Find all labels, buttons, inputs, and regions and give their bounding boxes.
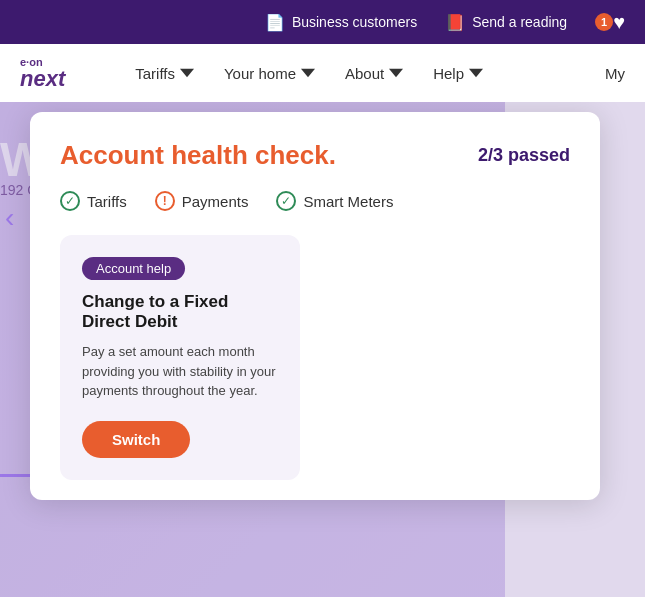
card-title: Change to a Fixed Direct Debit: [82, 292, 278, 332]
nav-help-label: Help: [433, 65, 464, 82]
nav-your-home[interactable]: Your home: [224, 65, 315, 82]
business-customers-label: Business customers: [292, 14, 417, 30]
nav-tariffs[interactable]: Tariffs: [135, 65, 194, 82]
check-ok-icon-2: ✓: [276, 191, 296, 211]
logo[interactable]: e·on next: [20, 57, 65, 90]
card-badge: Account help: [82, 257, 185, 280]
nav-about[interactable]: About: [345, 65, 403, 82]
nav-bar: e·on next Tariffs Your home About Help M…: [0, 44, 645, 102]
nav-my[interactable]: My: [605, 65, 625, 82]
check-payments-label: Payments: [182, 193, 249, 210]
business-customers-link[interactable]: 📄 Business customers: [265, 13, 417, 32]
send-reading-label: Send a reading: [472, 14, 567, 30]
check-tariffs-label: Tariffs: [87, 193, 127, 210]
check-smart-meters-label: Smart Meters: [303, 193, 393, 210]
chevron-down-icon: [301, 66, 315, 80]
account-help-card: Account help Change to a Fixed Direct De…: [60, 235, 300, 480]
modal-checks: ✓ Tariffs ! Payments ✓ Smart Meters: [60, 191, 570, 211]
check-ok-icon: ✓: [60, 191, 80, 211]
briefcase-icon: 📄: [265, 13, 285, 32]
logo-next: next: [20, 68, 65, 90]
top-bar: 📄 Business customers 📕 Send a reading 1 …: [0, 0, 645, 44]
check-warn-icon: !: [155, 191, 175, 211]
modal-header: Account health check. 2/3 passed: [60, 140, 570, 171]
account-health-modal: Account health check. 2/3 passed ✓ Tarif…: [30, 112, 600, 500]
switch-button[interactable]: Switch: [82, 421, 190, 458]
modal-overlay: Account health check. 2/3 passed ✓ Tarif…: [0, 102, 645, 597]
meter-icon: 📕: [445, 13, 465, 32]
notification-badge: 1: [595, 13, 613, 31]
modal-title: Account health check.: [60, 140, 336, 171]
nav-tariffs-label: Tariffs: [135, 65, 175, 82]
nav-about-label: About: [345, 65, 384, 82]
nav-my-label: My: [605, 65, 625, 82]
check-payments: ! Payments: [155, 191, 249, 211]
check-smart-meters: ✓ Smart Meters: [276, 191, 393, 211]
chevron-down-icon: [389, 66, 403, 80]
chevron-down-icon: [180, 66, 194, 80]
modal-score: 2/3 passed: [478, 145, 570, 166]
check-tariffs: ✓ Tariffs: [60, 191, 127, 211]
heart-icon: ♥: [613, 11, 625, 34]
chevron-down-icon: [469, 66, 483, 80]
main-content: W 192 G Ac ‹ t paym payme ment is s afte…: [0, 102, 645, 597]
nav-your-home-label: Your home: [224, 65, 296, 82]
nav-help[interactable]: Help: [433, 65, 483, 82]
send-reading-link[interactable]: 📕 Send a reading: [445, 13, 567, 32]
card-description: Pay a set amount each month providing yo…: [82, 342, 278, 401]
notifications[interactable]: 1 ♥: [595, 11, 625, 34]
